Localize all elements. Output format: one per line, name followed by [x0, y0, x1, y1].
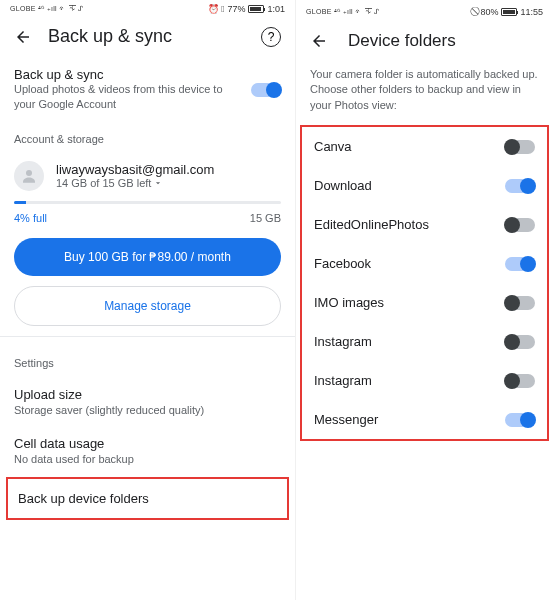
device-folders-screen: GLOBE ⁴ᴳ ₊ıll ᯤ ⏇ ᔑ ⃠ 80% 11:55 Device f…: [296, 0, 553, 600]
chevron-down-icon: [153, 178, 163, 188]
page-title: Back up & sync: [48, 26, 245, 47]
folder-name: Canva: [314, 139, 352, 154]
folder-row[interactable]: Instagram: [302, 322, 547, 361]
backup-device-folders-row[interactable]: Back up device folders: [8, 479, 287, 518]
upload-size-row[interactable]: Upload size Storage saver (slightly redu…: [0, 377, 295, 426]
folder-name: EditedOnlinePhotos: [314, 217, 429, 232]
folder-name: IMO images: [314, 295, 384, 310]
status-time: 11:55: [520, 7, 543, 17]
folder-row[interactable]: Messenger: [302, 400, 547, 439]
folder-row[interactable]: IMO images: [302, 283, 547, 322]
storage-total-label: 15 GB: [250, 212, 281, 224]
backup-sync-toggle-row[interactable]: Back up & sync Upload photos & videos fr…: [14, 61, 281, 119]
backup-sync-toggle[interactable]: [251, 83, 281, 97]
folders-list-highlight: CanvaDownloadEditedOnlinePhotosFacebookI…: [300, 125, 549, 441]
folder-name: Instagram: [314, 373, 372, 388]
storage-percent-label: 4% full: [14, 212, 47, 224]
back-arrow-icon[interactable]: [310, 32, 328, 50]
status-bar: GLOBE ⁴ᴳ ₊ıll ᯤ ⏇ ᔑ ⏰ ⃠ 77% 1:01: [0, 0, 295, 16]
folder-toggle[interactable]: [505, 296, 535, 310]
cell-data-sub: No data used for backup: [14, 453, 281, 465]
battery-icon: [501, 8, 517, 16]
intro-text: Your camera folder is automatically back…: [296, 67, 553, 125]
divider: [0, 336, 295, 337]
storage-left-text: 14 GB of 15 GB left: [56, 177, 151, 189]
highlighted-option: Back up device folders: [6, 477, 289, 520]
app-header: Device folders: [296, 19, 553, 67]
account-email: liwaywaysbasit@gmail.com: [56, 162, 214, 177]
folder-name: Instagram: [314, 334, 372, 349]
folder-row[interactable]: Instagram: [302, 361, 547, 400]
cell-data-row[interactable]: Cell data usage No data used for backup: [0, 426, 295, 475]
help-icon[interactable]: ?: [261, 27, 281, 47]
cell-data-title: Cell data usage: [14, 436, 281, 451]
folder-toggle[interactable]: [505, 257, 535, 271]
avatar: [14, 161, 44, 191]
backup-device-folders-title: Back up device folders: [18, 491, 277, 506]
folder-row[interactable]: Download: [302, 166, 547, 205]
folder-row[interactable]: Facebook: [302, 244, 547, 283]
status-bar: GLOBE ⁴ᴳ ₊ıll ᯤ ⏇ ᔑ ⃠ 80% 11:55: [296, 0, 553, 19]
svg-point-0: [26, 170, 32, 176]
upload-size-title: Upload size: [14, 387, 281, 402]
buy-storage-button[interactable]: Buy 100 GB for ₱89.00 / month: [14, 238, 281, 276]
account-row[interactable]: liwaywaysbasit@gmail.com 14 GB of 15 GB …: [0, 153, 295, 201]
manage-storage-button[interactable]: Manage storage: [14, 286, 281, 326]
status-icons: ⏰ ⃠: [208, 4, 225, 14]
backup-sync-title: Back up & sync: [14, 67, 241, 82]
battery-icon: [248, 5, 264, 13]
battery-percent: 80%: [480, 7, 498, 17]
account-storage-label: Account & storage: [0, 119, 295, 153]
folder-toggle[interactable]: [505, 374, 535, 388]
folder-toggle[interactable]: [505, 413, 535, 427]
app-header: Back up & sync ?: [0, 16, 295, 61]
folder-name: Messenger: [314, 412, 378, 427]
upload-size-sub: Storage saver (slightly reduced quality): [14, 404, 281, 416]
folder-toggle[interactable]: [505, 218, 535, 232]
folder-toggle[interactable]: [505, 140, 535, 154]
folder-name: Facebook: [314, 256, 371, 271]
back-arrow-icon[interactable]: [14, 28, 32, 46]
settings-label: Settings: [0, 343, 295, 377]
status-time: 1:01: [267, 4, 285, 14]
folder-row[interactable]: Canva: [302, 127, 547, 166]
page-title: Device folders: [348, 31, 539, 51]
folder-toggle[interactable]: [505, 335, 535, 349]
folder-toggle[interactable]: [505, 179, 535, 193]
backup-sync-screen: GLOBE ⁴ᴳ ₊ıll ᯤ ⏇ ᔑ ⏰ ⃠ 77% 1:01 Back up…: [0, 0, 296, 600]
status-carrier: GLOBE ⁴ᴳ ₊ıll ᯤ ⏇ ᔑ: [306, 8, 380, 16]
status-carrier: GLOBE ⁴ᴳ ₊ıll ᯤ ⏇ ᔑ: [10, 5, 84, 13]
folder-row[interactable]: EditedOnlinePhotos: [302, 205, 547, 244]
battery-percent: 77%: [227, 4, 245, 14]
backup-sync-subtitle: Upload photos & videos from this device …: [14, 82, 241, 113]
folder-name: Download: [314, 178, 372, 193]
